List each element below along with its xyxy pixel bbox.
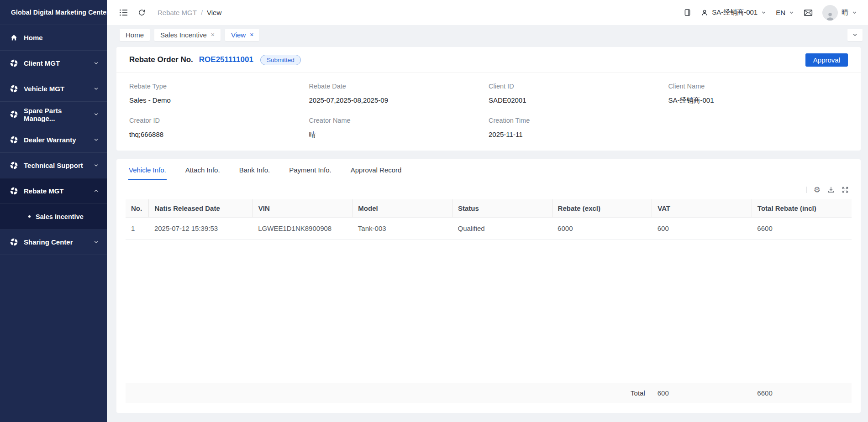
cell-vin: LGWEE1D1NK8900908	[253, 218, 352, 240]
sidebar-item-label: Vehicle MGT	[24, 85, 64, 93]
field-rebate-type: Rebate Type Sales - Demo	[129, 83, 309, 105]
sidebar-item-sharing-center[interactable]: Sharing Center	[0, 229, 107, 255]
field-rebate-date: Rebate Date 2025-07,2025-08,2025-09	[309, 83, 489, 105]
sidebar-item-label: Rebate MGT	[24, 187, 64, 195]
breadcrumb-current: View	[207, 9, 221, 16]
sidebar-item-label: Client MGT	[24, 59, 60, 67]
sidebar-item-dealer-warranty[interactable]: Dealer Warranty	[0, 127, 107, 153]
total-rebate-incl: 6600	[752, 383, 852, 403]
client-selector-value: SA-经销商-001	[712, 8, 758, 17]
chevron-down-icon	[94, 137, 99, 142]
sidebar-item-label: Sharing Center	[24, 238, 73, 246]
order-detail-card: Vehicle Info. Attach Info. Bank Info. Pa…	[116, 159, 861, 413]
sidebar-item-label: Home	[24, 34, 43, 42]
module-donut-icon	[10, 59, 18, 67]
field-value: 2025-07,2025-08,2025-09	[309, 96, 489, 104]
toolbar-divider	[806, 187, 807, 193]
refresh-icon[interactable]	[138, 9, 146, 16]
order-fields: Rebate Type Sales - Demo Rebate Date 202…	[116, 73, 861, 151]
manual-book-icon[interactable]	[684, 9, 691, 16]
module-donut-icon	[10, 238, 18, 246]
close-icon[interactable]: ×	[250, 31, 253, 38]
col-natis-released-date: Natis Released Date	[149, 199, 253, 218]
sidebar-item-vehicle-mgt[interactable]: Vehicle MGT	[0, 76, 107, 102]
download-icon[interactable]	[827, 186, 835, 193]
col-model: Model	[352, 199, 452, 218]
close-icon[interactable]: ×	[211, 31, 215, 38]
order-header: Rebate Order No. ROE251111001 Submitted …	[116, 47, 861, 73]
table-row: 1 2025-07-12 15:39:53 LGWEE1D1NK8900908 …	[126, 218, 852, 240]
tab-vehicle-info[interactable]: Vehicle Info.	[128, 159, 167, 180]
breadcrumb-parent[interactable]: Rebate MGT	[158, 9, 197, 16]
field-value: Sales - Demo	[129, 96, 309, 104]
order-title: Rebate Order No.	[129, 55, 193, 64]
col-no: No.	[126, 199, 149, 218]
chevron-down-icon	[94, 240, 99, 245]
mail-icon[interactable]	[804, 9, 813, 17]
cell-model: Tank-003	[352, 218, 452, 240]
fullscreen-icon[interactable]	[842, 186, 849, 193]
chevron-down-icon	[761, 10, 766, 15]
chevron-up-icon	[94, 188, 99, 193]
sidebar-item-label: Dealer Warranty	[24, 136, 76, 144]
col-status: Status	[452, 199, 552, 218]
workspace-tabstrip: Home Sales Incentive × View ×	[107, 25, 868, 44]
tab-approval-record[interactable]: Approval Record	[350, 159, 402, 180]
table-toolbar: ⚙	[116, 180, 861, 199]
table-total-row: Total 600 6600	[126, 383, 852, 403]
workspace-tab-sales-incentive[interactable]: Sales Incentive ×	[154, 29, 221, 41]
tab-attach-info[interactable]: Attach Info.	[185, 159, 221, 180]
status-badge: Submitted	[260, 55, 301, 65]
tab-payment-info[interactable]: Payment Info.	[289, 159, 332, 180]
chevron-down-icon	[94, 86, 99, 91]
sidebar-item-rebate-mgt[interactable]: Rebate MGT	[0, 178, 107, 204]
avatar	[822, 5, 838, 21]
sidebar-item-client-mgt[interactable]: Client MGT	[0, 51, 107, 76]
menu-collapse-icon[interactable]	[120, 10, 127, 16]
field-label: Client ID	[489, 83, 668, 90]
module-donut-icon	[10, 85, 18, 93]
username: 晴	[842, 8, 848, 17]
module-donut-icon	[10, 187, 18, 195]
field-label: Creation Time	[489, 117, 668, 124]
chevron-down-icon	[94, 163, 99, 168]
chevron-down-icon	[852, 32, 857, 37]
sidebar-nav: Home Client MGT Vehicle MGT Spare Parts …	[0, 25, 107, 255]
workspace-tab-home[interactable]: Home	[120, 29, 150, 41]
cell-total-rebate-incl: 6600	[752, 218, 852, 240]
home-icon	[10, 34, 18, 42]
field-creation-time: Creation Time 2025-11-11	[489, 117, 668, 139]
sidebar-item-technical-support[interactable]: Technical Support	[0, 153, 107, 178]
field-label: Client Name	[668, 83, 848, 90]
chevron-down-icon	[852, 10, 857, 15]
tab-bank-info[interactable]: Bank Info.	[239, 159, 271, 180]
field-value: 晴	[309, 130, 489, 139]
language-selector[interactable]: EN	[776, 9, 794, 16]
column-settings-icon[interactable]: ⚙	[814, 186, 821, 194]
sidebar-item-spare-parts[interactable]: Spare Parts Manage...	[0, 102, 107, 127]
person-icon	[701, 9, 708, 16]
sidebar-item-label: Sales Incentive	[36, 213, 84, 220]
navbar-right: SA-经销商-001 EN 晴	[684, 5, 857, 21]
workspace-tab-view[interactable]: View ×	[225, 29, 259, 41]
app-root: Global Digital Marketing Center Home Cli…	[0, 0, 868, 422]
sidebar: Global Digital Marketing Center Home Cli…	[0, 0, 107, 422]
tab-label: View	[231, 31, 246, 39]
sidebar-item-label: Spare Parts Manage...	[24, 107, 94, 122]
tab-options-button[interactable]	[847, 29, 863, 41]
sidebar-item-home[interactable]: Home	[0, 25, 107, 51]
user-menu[interactable]: 晴	[822, 5, 857, 21]
sidebar-item-sales-incentive[interactable]: Sales Incentive	[0, 204, 107, 229]
cell-vat: 600	[652, 218, 752, 240]
col-vat: VAT	[652, 199, 752, 218]
approval-button[interactable]: Approval	[805, 53, 848, 67]
field-creator-name: Creator Name 晴	[309, 117, 489, 139]
client-selector[interactable]: SA-经销商-001	[701, 8, 766, 17]
tab-label: Home	[126, 31, 144, 39]
order-number-link[interactable]: ROE251111001	[199, 55, 253, 64]
field-value: thq;666888	[129, 130, 309, 138]
main-area: Rebate MGT / View SA-经销商-001 EN	[107, 0, 868, 422]
language-value: EN	[776, 9, 785, 16]
sidebar-item-label: Technical Support	[24, 162, 83, 169]
field-value: SA-经销商-001	[668, 96, 848, 105]
